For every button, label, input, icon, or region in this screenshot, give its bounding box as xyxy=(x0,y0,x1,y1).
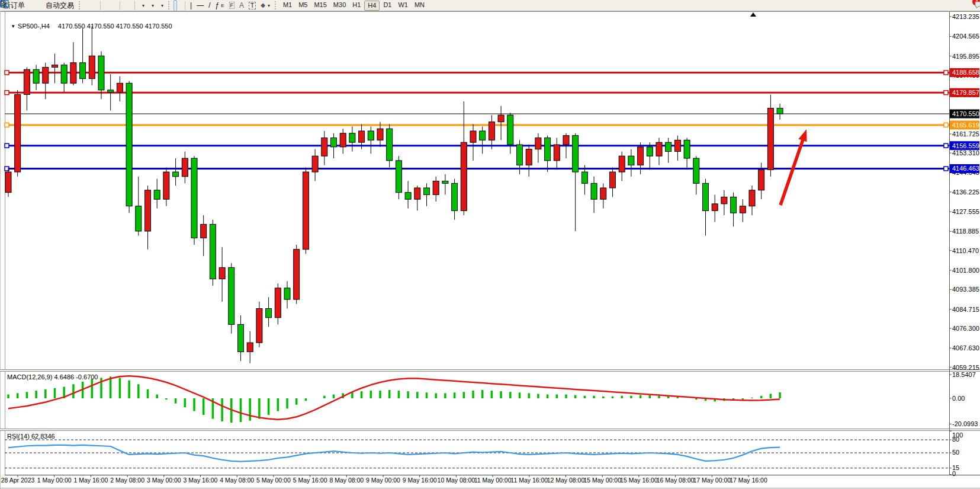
timeframe-m30-button[interactable]: M30 xyxy=(330,1,349,9)
horizontal-line-tool-button[interactable]: — xyxy=(195,1,205,11)
line-anchor[interactable] xyxy=(5,91,9,95)
fibonacci-expansion-tool-button[interactable]: F xyxy=(227,1,237,11)
price-axis-tick-label: 4093.385 xyxy=(952,286,979,293)
chart-shift-button[interactable] xyxy=(128,1,131,11)
line-anchor[interactable] xyxy=(5,123,9,127)
candle-body xyxy=(731,197,737,213)
candle-body xyxy=(424,188,430,195)
candle-body xyxy=(777,108,783,114)
toolbar: 新订单 自动交易 ▾ ▾ ▾ | — / ƒE F A T ◆▾ M1M5M15… xyxy=(0,0,980,11)
template-button[interactable]: ▾ xyxy=(157,1,165,11)
timeframe-toolbar: M1M5M15M30H1H4D1W1MN xyxy=(280,1,428,11)
candle-body xyxy=(573,136,579,172)
price-axis-tick-label: 4110.470 xyxy=(952,247,979,254)
text-tool-button[interactable]: A xyxy=(237,1,246,11)
candle-body xyxy=(33,69,39,83)
candle-body xyxy=(693,158,699,183)
time-axis-label: 10 May 08:00 xyxy=(438,477,475,484)
candle-body xyxy=(721,197,727,204)
line-anchor[interactable] xyxy=(944,71,948,75)
candle-body xyxy=(377,129,383,140)
price-tag-label: 4188.658 xyxy=(952,69,979,76)
candle-body xyxy=(256,309,262,343)
candle-body xyxy=(238,324,244,351)
zoom-in-button[interactable] xyxy=(104,1,107,11)
rsi-axis-tick-label: 50 xyxy=(952,449,959,456)
symbol-dropdown-icon[interactable]: ▼ xyxy=(11,24,15,29)
candle-body xyxy=(666,142,671,151)
timeframe-m15-button[interactable]: M15 xyxy=(311,1,329,9)
trendline-icon: / xyxy=(208,2,210,9)
rsi-axis-tick-label: 0 xyxy=(952,470,956,477)
bar-chart-button[interactable] xyxy=(84,1,88,11)
candle-body xyxy=(535,138,541,149)
candle-body xyxy=(266,309,272,318)
candle-body xyxy=(61,65,67,84)
time-axis-label: 2 May 08:00 xyxy=(110,477,144,484)
timeframe-m1-button[interactable]: M1 xyxy=(280,1,295,9)
add-indicator-button[interactable]: ▾ xyxy=(138,1,146,11)
candle-body xyxy=(674,140,680,151)
candle-body xyxy=(545,138,551,161)
candle-body xyxy=(712,204,718,211)
text-label-tool-button[interactable]: T xyxy=(247,1,258,11)
price-axis-tick-label: 4136.225 xyxy=(952,188,979,196)
time-axis-label: 3 May 00:00 xyxy=(147,477,181,484)
fibonacci-sub-label: E xyxy=(221,3,224,8)
chart-canvas[interactable]: 4213.2354204.5654195.8954187.4804178.810… xyxy=(0,0,980,489)
candle-body xyxy=(136,206,142,231)
timeframe-d1-button[interactable]: D1 xyxy=(380,1,394,9)
tile-windows-button[interactable] xyxy=(113,1,117,11)
candle-body xyxy=(638,147,644,165)
line-anchor[interactable] xyxy=(944,123,948,127)
fibonacci-tool-button[interactable]: ƒE xyxy=(214,1,226,11)
dropdown-icon: ▾ xyxy=(152,3,154,8)
time-axis-label: 11 May 00:00 xyxy=(474,477,512,484)
candle-body xyxy=(610,172,616,188)
line-anchor[interactable] xyxy=(5,71,9,75)
auto-scroll-button[interactable] xyxy=(123,1,127,11)
time-axis-label: 17 May 00:00 xyxy=(693,477,731,484)
tick-chart-button[interactable] xyxy=(28,1,31,11)
candle-body xyxy=(247,343,253,351)
cursor-tool-button[interactable] xyxy=(173,0,177,11)
line-anchor[interactable] xyxy=(944,143,948,148)
zoom-out-button[interactable] xyxy=(108,1,112,11)
timeframe-h1-button[interactable]: H1 xyxy=(349,1,364,9)
candle-body xyxy=(396,161,401,193)
crosshair-tool-button[interactable] xyxy=(178,1,182,11)
candle-body xyxy=(275,288,281,318)
autotrading-button[interactable]: 自动交易 xyxy=(42,1,76,11)
price-tag-label: 4156.559 xyxy=(952,142,979,149)
candle-body xyxy=(312,156,318,172)
line-anchor[interactable] xyxy=(944,91,948,95)
rsi-indicator-label: RSI(14) 62.8346 xyxy=(7,433,55,440)
candlestick-chart-button[interactable] xyxy=(89,1,92,11)
timeframe-w1-button[interactable]: W1 xyxy=(395,1,411,9)
trendline-tool-button[interactable]: / xyxy=(207,1,212,11)
line-chart-button[interactable] xyxy=(94,1,97,11)
line-anchor[interactable] xyxy=(944,167,948,171)
candle-body xyxy=(703,183,709,210)
toolbar-separator xyxy=(168,1,171,9)
vertical-line-tool-button[interactable]: | xyxy=(188,1,194,11)
shapes-tool-button[interactable]: ◆▾ xyxy=(259,1,272,11)
candle-body xyxy=(201,224,207,238)
period-button[interactable]: ▾ xyxy=(147,1,156,11)
time-axis-label: 5 May 16:00 xyxy=(293,477,327,484)
price-axis-tick-label: 4059.215 xyxy=(952,364,979,371)
candle-body xyxy=(108,90,114,92)
toolbar-separator xyxy=(120,1,120,10)
notifications-button[interactable]: 1 xyxy=(975,1,978,11)
time-axis-label: 11 May 16:00 xyxy=(510,477,548,484)
timeframe-h4-button[interactable]: H4 xyxy=(364,1,380,11)
candle-body xyxy=(349,133,355,142)
candle-body xyxy=(126,83,132,206)
candle-body xyxy=(554,145,560,161)
toolbar-separator xyxy=(79,1,81,9)
market-watch-button[interactable] xyxy=(33,1,36,11)
line-anchor[interactable] xyxy=(5,143,9,148)
broadcast-button[interactable] xyxy=(37,1,41,11)
timeframe-m5-button[interactable]: M5 xyxy=(295,1,310,9)
timeframe-mn-button[interactable]: MN xyxy=(412,1,428,9)
